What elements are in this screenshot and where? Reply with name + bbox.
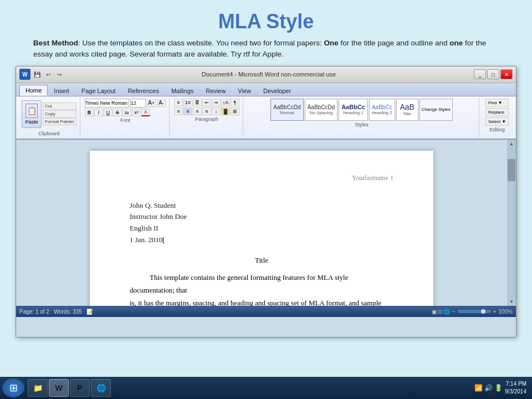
superscript-button[interactable]: x² [132,109,141,116]
bold-button[interactable]: B [85,109,94,116]
tab-insert[interactable]: Insert [48,85,75,96]
zoom-slider[interactable] [458,310,491,313]
clock-time: 7:14 PM [505,380,526,388]
cut-button[interactable]: Cut [43,103,76,110]
page-info: Page: 1 of 2 [19,309,49,315]
sort-button[interactable]: ↕A [221,99,230,106]
bullets-button[interactable]: ≡ [174,99,183,106]
style-heading1-button[interactable]: AaBbCc Heading 1 [339,99,368,121]
style-normal-button[interactable]: AaBbCcDd Normal [270,99,303,121]
italic-button[interactable]: I [94,109,103,116]
vertical-scrollbar[interactable]: ▲ ▼ [507,140,516,306]
undo-qa-icon[interactable]: ↩ [44,70,53,79]
paragraph-group: ≡ 1≡ ≣ ⇐ ⇒ ↕A ¶ ≡ ≡ ≡ ≡ ↕ ▓ [171,98,243,137]
paper[interactable]: Yourlastname 1 John Q. Student Instructo… [90,151,433,306]
document-content[interactable]: Yourlastname 1 John Q. Student Instructo… [16,140,507,306]
clipboard-label: Clipboard [38,131,60,136]
change-styles-button[interactable]: Change Styles [420,99,453,121]
clipboard-group: 📋 Paste Cut Copy Format Painter Clipboar… [18,98,80,137]
style-heading2-button[interactable]: AaBbCc Heading 2 [369,99,395,121]
select-button[interactable]: Select ▼ [485,117,509,126]
line-spacing-button[interactable]: ↕ [212,108,221,115]
window-title: Document4 - Microsoft Word non-commercia… [64,71,474,78]
style-title-button[interactable]: AaB Title [396,99,418,121]
taskbar-chrome-btn[interactable]: 🌐 [91,379,111,397]
maximize-button[interactable]: □ [487,69,499,79]
style-nospacing-preview: AaBbCcDd [308,104,335,110]
strikethrough-button[interactable]: S [113,109,122,116]
scrollbar-thumb[interactable] [508,159,515,181]
status-right: ▣ ⊡ 🌐 − + 100% [432,309,513,315]
grow-font-button[interactable]: A+ [147,99,156,107]
align-left-button[interactable]: ≡ [174,108,183,115]
zoom-out-btn[interactable]: − [452,309,456,315]
align-center-button[interactable]: ≡ [183,108,192,115]
start-button[interactable]: ⊞ [2,378,24,397]
tab-developer[interactable]: Developer [257,85,297,96]
minimize-button[interactable]: _ [474,69,486,79]
view-full-icon[interactable]: ⊡ [438,309,442,315]
borders-button[interactable]: ⊞ [231,108,239,115]
view-web-icon[interactable]: 🌐 [443,309,450,315]
replace-button[interactable]: Replace [485,108,509,116]
clipboard-small-btns: Cut Copy Format Painter [43,103,76,125]
format-painter-button[interactable]: Format Painter [43,118,76,125]
font-name-input[interactable] [85,99,129,108]
battery-icon: 🔋 [494,384,503,392]
show-formatting-button[interactable]: ¶ [231,99,239,106]
indent-button[interactable]: ⇒ [212,99,221,106]
font-group: A+ A- B I U S x₂ x² A Font [81,98,170,137]
word-count-text: Words: 335 [54,309,82,315]
status-icon: 📝 [86,309,93,315]
zoom-in-btn[interactable]: + [493,309,497,315]
ribbon-tabs: Home Insert Page Layout References Maili… [16,83,516,96]
taskbar-explorer-btn[interactable]: 📁 [28,379,48,397]
font-size-input[interactable] [130,99,146,108]
style-nospacing-button[interactable]: AaBbCcDd No Spacing [305,99,337,121]
numbering-button[interactable]: 1≡ [183,99,192,106]
save-qa-icon[interactable]: 💾 [33,70,42,79]
page-title: MLA Style [0,0,532,38]
view-print-icon[interactable]: ▣ [432,309,437,315]
redo-qa-icon[interactable]: ↪ [55,70,64,79]
style-h1-label: Heading 1 [343,110,363,115]
align-right-button[interactable]: ≡ [193,108,202,115]
tab-mailings[interactable]: Mailings [165,85,200,96]
para-controls: ≡ 1≡ ≣ ⇐ ⇒ ↕A ¶ ≡ ≡ ≡ ≡ ↕ ▓ [174,99,239,115]
paper-line-instructor: Instructor John Doe [130,211,393,223]
zoom-level: 100% [498,309,513,315]
text-cursor [163,237,163,244]
editing-controls: Find ▼ Replace Select ▼ [485,99,509,126]
outdent-button[interactable]: ⇐ [202,99,211,106]
status-bar: Page: 1 of 2 Words: 335 📝 ▣ ⊡ 🌐 − + 100 [16,306,516,317]
desc-text2: for the title page and outline and [339,39,449,47]
style-h1-preview: AaBbCc [341,104,365,110]
scroll-up-arrow[interactable]: ▲ [508,140,515,148]
scroll-down-arrow[interactable]: ▼ [508,298,515,306]
justify-button[interactable]: ≡ [202,108,211,115]
underline-button[interactable]: U [104,109,112,116]
clipboard-content: 📋 Paste Cut Copy Format Painter [22,99,76,130]
paper-line-date: 1 Jan. 2010 [130,234,393,246]
multilevel-button[interactable]: ≣ [193,99,202,106]
paper-line-course: English II [130,223,393,234]
clock-date: 9/3/2014 [505,388,526,396]
taskbar-word-btn[interactable]: W [49,379,69,397]
shrink-font-button[interactable]: A- [157,99,166,107]
tab-view[interactable]: View [232,85,257,96]
title-bar-left: W 💾 ↩ ↪ [19,69,64,80]
tab-home[interactable]: Home [19,85,48,96]
font-color-button[interactable]: A [141,109,150,116]
taskbar-powerpoint-btn[interactable]: P [70,379,90,397]
paste-button[interactable]: 📋 Paste [22,100,42,128]
subscript-button[interactable]: x₂ [122,109,131,116]
copy-button[interactable]: Copy [43,110,76,117]
tab-references[interactable]: References [122,85,165,96]
style-h2-label: Heading 2 [372,110,392,115]
find-button[interactable]: Find ▼ [485,99,509,107]
close-button[interactable]: ✕ [500,69,513,79]
tab-page-layout[interactable]: Page Layout [75,85,122,96]
tab-review[interactable]: Review [200,85,232,96]
shading-button[interactable]: ▓ [221,108,230,115]
styles-row: AaBbCcDd Normal AaBbCcDd No Spacing AaBb… [270,99,452,121]
